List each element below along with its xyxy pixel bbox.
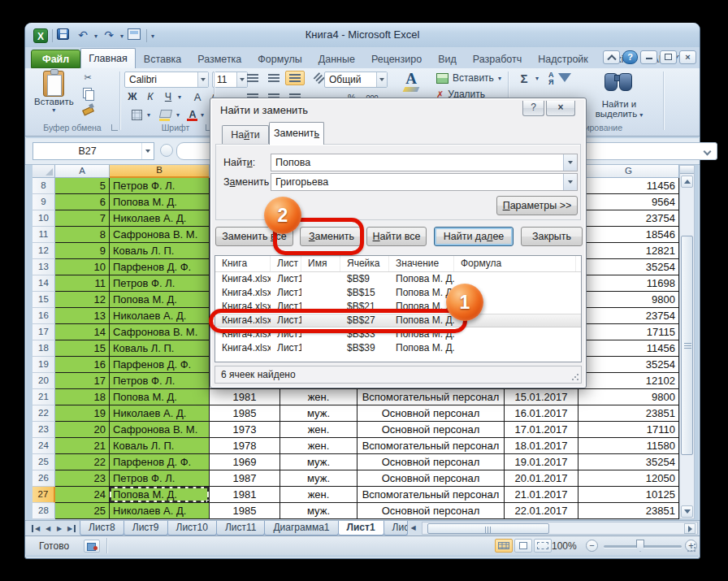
grid-cell-G8[interactable]: 11456 xyxy=(578,178,679,194)
grid-cell-G12[interactable]: 12821 xyxy=(578,243,679,259)
grid-cell-C28[interactable]: 1985 xyxy=(210,503,280,519)
grid-col-header-a[interactable]: A xyxy=(55,165,110,178)
grid-cell-B14[interactable]: Петров Ф. Л. xyxy=(110,275,210,292)
select-all-corner[interactable] xyxy=(32,165,55,178)
grid-cell-A15[interactable]: 12 xyxy=(55,292,110,308)
grid-cell-G20[interactable]: 12102 xyxy=(578,373,679,389)
align-bottom-button[interactable] xyxy=(285,71,305,85)
grid-cell-G23[interactable]: 17110 xyxy=(578,422,679,438)
grid-cell-B26[interactable]: Петров Ф. Л. xyxy=(110,470,210,487)
grid-cell-D22[interactable]: муж. xyxy=(280,405,358,422)
split-handle[interactable] xyxy=(680,166,694,174)
grid-cell-A25[interactable]: 22 xyxy=(55,454,110,470)
grid-cell-F23[interactable]: 17.01.2017 xyxy=(505,422,578,438)
grid-cell-A13[interactable]: 10 xyxy=(55,259,110,275)
grow-font-button[interactable]: А xyxy=(189,90,206,105)
sheet-tab-лист10[interactable]: Лист10 xyxy=(167,521,217,535)
sheet-tab-лист8[interactable]: Лист8 xyxy=(80,521,124,535)
underline-button[interactable]: Ч xyxy=(160,90,176,105)
find-all-button[interactable]: Найти все xyxy=(366,227,427,246)
grid-cell-F22[interactable]: 16.01.2017 xyxy=(505,405,578,422)
ribbon-tab-данные[interactable]: Данные xyxy=(310,50,363,68)
grid-cell-A9[interactable]: 6 xyxy=(55,194,110,210)
fill-color-button[interactable] xyxy=(155,108,176,123)
sheet-tab-диаграмма1[interactable]: Диаграмма1 xyxy=(264,521,338,535)
align-middle-button[interactable] xyxy=(264,71,284,85)
grid-cell-B23[interactable]: Сафронова В. М. xyxy=(110,422,210,438)
vertical-scroll-thumb[interactable] xyxy=(681,236,693,455)
chevron-down-icon[interactable] xyxy=(563,174,577,190)
grid-row-header-15[interactable]: 15 xyxy=(32,292,55,308)
grid-cell-E22[interactable]: Основной персонал xyxy=(358,405,505,422)
grid-cell-C22[interactable]: 1985 xyxy=(210,405,280,422)
insert-function-button[interactable] xyxy=(160,144,173,157)
grid-cell-B19[interactable]: Парфенов Д. Ф. xyxy=(110,357,210,373)
results-col-header[interactable]: Имя xyxy=(301,256,340,271)
grid-row-header-24[interactable]: 24 xyxy=(32,438,55,454)
ribbon-tab-файл[interactable]: Файл xyxy=(31,50,80,68)
bold-button[interactable]: Ж xyxy=(124,90,141,105)
grid-cell-G16[interactable]: 23754 xyxy=(578,308,679,324)
grid-cell-B28[interactable]: Николаев А. Д. xyxy=(110,503,210,519)
grid-cell-F21[interactable]: 15.01.2017 xyxy=(505,389,578,405)
underline-dropdown-icon[interactable]: ▾ xyxy=(178,93,181,101)
grid-cell-G26[interactable]: 12050 xyxy=(578,470,679,487)
horizontal-scrollbar[interactable] xyxy=(422,522,698,535)
borders-button[interactable] xyxy=(124,108,149,123)
grid-cell-E21[interactable]: Вспомогательный персонал xyxy=(358,389,505,405)
ribbon-tab-разметка-с[interactable]: Разметка с xyxy=(189,50,249,68)
ribbon-tab-разработч[interactable]: Разработч xyxy=(465,50,530,68)
expand-formula-bar-icon[interactable] xyxy=(704,148,712,156)
next-sheet-button[interactable]: ▶ xyxy=(54,525,64,532)
grid-cell-A11[interactable]: 8 xyxy=(55,227,110,243)
grid-cell-G28[interactable]: 23851 xyxy=(578,503,679,519)
vertical-scrollbar[interactable] xyxy=(679,165,695,519)
grid-cell-E23[interactable]: Основной персонал xyxy=(358,422,505,438)
grid-cell-A20[interactable]: 17 xyxy=(55,373,110,389)
grid-cell-A21[interactable]: 18 xyxy=(55,389,110,405)
grid-row-header-25[interactable]: 25 xyxy=(32,454,55,470)
ribbon-tab-вид[interactable]: Вид xyxy=(430,50,465,68)
grid-col-header-b[interactable]: B xyxy=(110,165,210,178)
grid-cell-B17[interactable]: Сафронова В. М. xyxy=(110,324,210,340)
copy-button[interactable] xyxy=(79,86,97,100)
grid-cell-B13[interactable]: Парфенов Д. Ф. xyxy=(110,259,210,275)
conditional-formatting-button[interactable]: А xyxy=(404,71,418,92)
grid-cell-G24[interactable]: 11580 xyxy=(578,438,679,454)
font-color-dropdown-icon[interactable]: ▾ xyxy=(201,111,204,119)
results-col-header[interactable]: Лист xyxy=(271,256,301,271)
grid-cell-A16[interactable]: 13 xyxy=(55,308,110,324)
sheet-tab-лист9[interactable]: Лист9 xyxy=(124,521,168,535)
grid-cell-B25[interactable]: Парфенов Д. Ф. xyxy=(110,454,210,470)
scroll-up-button[interactable] xyxy=(681,176,693,188)
replace-with-input[interactable]: Григорьева xyxy=(271,173,578,191)
autosum-dropdown-icon[interactable]: ▾ xyxy=(535,75,539,82)
close-dialog-button[interactable]: Закрыть xyxy=(521,227,583,246)
grid-col-header-g[interactable]: G xyxy=(578,165,679,178)
grid-row-header-9[interactable]: 9 xyxy=(32,194,55,210)
format-painter-button[interactable] xyxy=(79,102,97,115)
zoom-out-button[interactable]: − xyxy=(586,540,598,552)
grid-row-header-27[interactable]: 27 xyxy=(32,487,55,503)
grid-cell-A23[interactable]: 20 xyxy=(55,422,110,438)
grid-cell-G21[interactable]: 9800 xyxy=(578,389,679,405)
grid-row-header-21[interactable]: 21 xyxy=(32,389,55,405)
grid-cell-G11[interactable]: 18546 xyxy=(578,227,679,243)
dialog-resize-grip[interactable] xyxy=(571,373,579,381)
grid-cell-E25[interactable]: Основной персонал xyxy=(358,454,505,470)
paste-button[interactable]: Вставить ▾ xyxy=(34,71,74,114)
restore-button[interactable] xyxy=(660,50,677,64)
grid-cell-C26[interactable]: 1987 xyxy=(210,470,280,487)
resize-grip[interactable] xyxy=(687,543,696,553)
grid-row-header-11[interactable]: 11 xyxy=(32,227,55,243)
grid-cell-D23[interactable]: жен. xyxy=(280,422,358,438)
grid-cell-B9[interactable]: Попова М. Д. xyxy=(110,194,210,210)
tab-find[interactable]: Найти xyxy=(222,125,269,145)
grid-cell-A26[interactable]: 23 xyxy=(55,470,110,487)
ribbon-tab-надстройк[interactable]: Надстройк xyxy=(530,50,596,68)
grid-cell-G13[interactable]: 35254 xyxy=(578,259,679,275)
fill-handle[interactable] xyxy=(206,500,210,503)
find-what-input[interactable]: Попова xyxy=(271,154,578,171)
dialog-close-button[interactable]: × xyxy=(546,101,575,116)
find-next-button[interactable]: Найти далее xyxy=(434,227,514,246)
